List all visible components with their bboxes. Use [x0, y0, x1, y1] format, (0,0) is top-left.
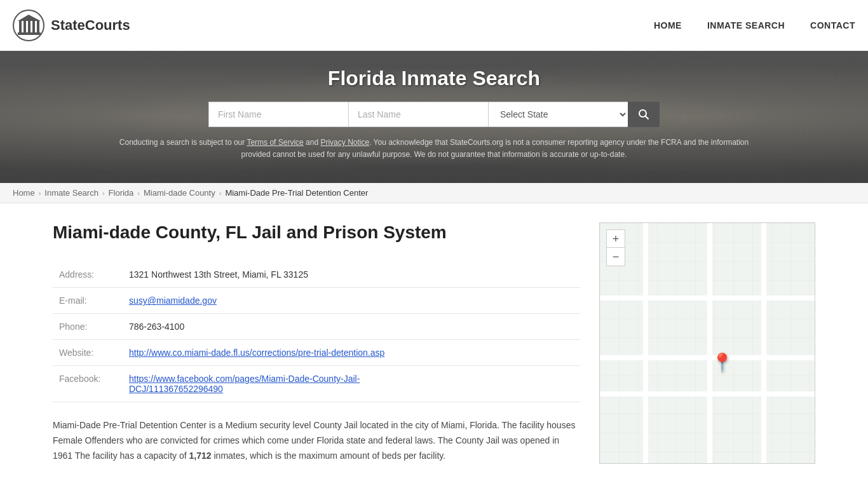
breadcrumb-home[interactable]: Home	[13, 188, 35, 198]
nav-home[interactable]: HOME	[654, 20, 682, 30]
map-road	[761, 223, 766, 463]
breadcrumb: Home › Inmate Search › Florida › Miami-d…	[0, 183, 868, 203]
breadcrumb-inmate-search[interactable]: Inmate Search	[44, 188, 98, 198]
svg-rect-2	[24, 21, 26, 32]
breadcrumb-sep-1: ›	[39, 189, 41, 197]
map-background: + − 📍	[600, 223, 815, 463]
map-pin: 📍	[711, 354, 733, 372]
svg-rect-5	[37, 21, 39, 32]
facility-description: Miami-Dade Pre-Trial Detention Center is…	[53, 418, 580, 463]
map-road	[707, 223, 712, 463]
tos-link[interactable]: Terms of Service	[247, 138, 303, 147]
page-heading: Miami-dade County, FL Jail and Prison Sy…	[53, 222, 580, 243]
map-road	[643, 223, 648, 463]
phone-row: Phone: 786-263-4100	[53, 314, 580, 340]
hero-section: Florida Inmate Search Select State Flori…	[0, 51, 868, 183]
svg-marker-6	[18, 15, 41, 21]
address-label: Address:	[53, 262, 123, 288]
last-name-input[interactable]	[348, 102, 488, 127]
svg-rect-3	[28, 21, 31, 32]
site-logo-icon	[13, 10, 44, 41]
breadcrumb-state[interactable]: Florida	[109, 188, 134, 198]
breadcrumb-county[interactable]: Miami-dade County	[144, 188, 215, 198]
nav-contact[interactable]: CONTACT	[810, 20, 855, 30]
content-left: Miami-dade County, FL Jail and Prison Sy…	[53, 216, 580, 463]
phone-label: Phone:	[53, 314, 123, 340]
phone-value: 786-263-4100	[123, 314, 580, 340]
search-icon	[638, 109, 649, 120]
facebook-value: https://www.facebook.com/pages/Miami-Dad…	[123, 366, 580, 402]
email-label: E-mail:	[53, 288, 123, 314]
logo-area: StateCourts	[13, 10, 654, 41]
main-content: Miami-dade County, FL Jail and Prison Sy…	[27, 203, 841, 476]
website-row: Website: http://www.co.miami-dade.fl.us/…	[53, 340, 580, 366]
breadcrumb-sep-4: ›	[219, 189, 222, 197]
search-bar: Select State Florida California Texas	[13, 102, 855, 127]
website-label: Website:	[53, 340, 123, 366]
facility-info-table: Address: 1321 Northwest 13th Street, Mia…	[53, 262, 580, 402]
email-link[interactable]: susy@miamidade.gov	[129, 295, 217, 306]
breadcrumb-sep-2: ›	[102, 189, 105, 197]
svg-rect-7	[18, 32, 41, 35]
disclaimer-text: Conducting a search is subject to our Te…	[116, 137, 752, 173]
nav-bar: StateCourts HOME INMATE SEARCH CONTACT	[0, 0, 868, 51]
state-select[interactable]: Select State Florida California Texas	[488, 102, 628, 127]
address-row: Address: 1321 Northwest 13th Street, Mia…	[53, 262, 580, 288]
facebook-label: Facebook:	[53, 366, 123, 402]
privacy-link[interactable]: Privacy Notice	[320, 138, 369, 147]
first-name-input[interactable]	[208, 102, 348, 127]
breadcrumb-sep-3: ›	[137, 189, 140, 197]
map-zoom-out[interactable]: −	[607, 248, 625, 266]
facebook-row: Facebook: https://www.facebook.com/pages…	[53, 366, 580, 402]
facebook-link[interactable]: https://www.facebook.com/pages/Miami-Dad…	[129, 374, 360, 394]
nav-inmate-search[interactable]: INMATE SEARCH	[707, 20, 785, 30]
svg-rect-4	[32, 21, 35, 32]
breadcrumb-current: Miami-Dade Pre-Trial Detention Center	[225, 188, 368, 198]
hero-title: Florida Inmate Search	[13, 67, 855, 90]
hero-content: Florida Inmate Search Select State Flori…	[0, 51, 868, 183]
main-nav: HOME INMATE SEARCH CONTACT	[654, 20, 855, 30]
address-value: 1321 Northwest 13th Street, Miami, FL 33…	[123, 262, 580, 288]
map-zoom-in[interactable]: +	[607, 230, 625, 248]
capacity-value: 1,712	[189, 451, 212, 461]
svg-line-9	[646, 116, 649, 119]
svg-rect-1	[19, 21, 22, 32]
website-link[interactable]: http://www.co.miami-dade.fl.us/correctio…	[129, 348, 384, 358]
website-value: http://www.co.miami-dade.fl.us/correctio…	[123, 340, 580, 366]
email-row: E-mail: susy@miamidade.gov	[53, 288, 580, 314]
email-value: susy@miamidade.gov	[123, 288, 580, 314]
map-controls: + −	[606, 229, 625, 266]
search-button[interactable]	[628, 102, 660, 127]
map-container: + − 📍	[599, 222, 815, 463]
site-logo-text: StateCourts	[51, 17, 130, 34]
